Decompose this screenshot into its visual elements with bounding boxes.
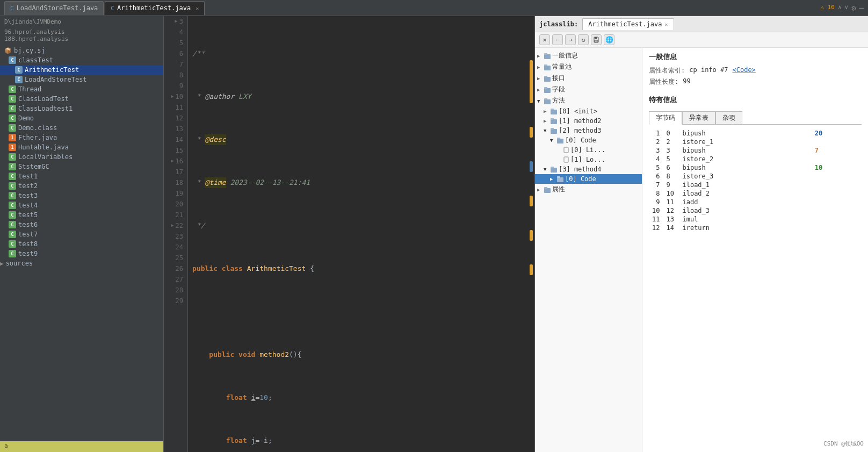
sidebar-item-test5[interactable]: C test5: [0, 210, 163, 220]
bc-instr-12: ireturn: [679, 224, 811, 232]
class-icon-demo-class: C: [9, 124, 16, 132]
svg-rect-6: [544, 64, 547, 66]
bc-instr-9: iadd: [679, 198, 811, 206]
sidebar-item-demo-class[interactable]: C Demo.class: [0, 123, 163, 133]
bc-offset-5: 6: [663, 163, 679, 172]
tab-bar: C LoadAndStoreTest.java C ArithmeticTest…: [0, 0, 868, 16]
tree-item-method-2-code-1[interactable]: ▶ [1] Lo...: [535, 155, 642, 164]
code-line-3: /**: [192, 48, 524, 59]
tree-folder-icon-interface: [544, 75, 551, 82]
bc-arg-3: 7: [812, 146, 862, 155]
ln-23: 23: [166, 231, 183, 242]
tree-item-general-info[interactable]: ▶ 一般信息: [535, 50, 642, 61]
detail-tab-exceptions[interactable]: 异常表: [682, 111, 715, 124]
sidebar-item-classloadtest1[interactable]: C ClassLoadtest1: [0, 104, 163, 113]
tree-label-general-info: 一般信息: [552, 51, 578, 60]
minimize-icon[interactable]: ─: [859, 4, 864, 12]
jcl-tab-close[interactable]: ✕: [665, 21, 668, 27]
tree-label-interface: 接口: [552, 74, 565, 83]
ln-6: 6: [166, 48, 183, 59]
tree-item-method-3-code[interactable]: ▶ [0] Code: [535, 174, 642, 184]
nav-back-btn[interactable]: ←: [552, 34, 563, 45]
detail-tab-bytecode[interactable]: 字节码: [649, 111, 682, 125]
tab-close-arithmetic[interactable]: ✕: [196, 5, 199, 11]
tree-item-constant-pool[interactable]: ▶ 常量池: [535, 61, 642, 73]
tree-label-method-3-code: [0] Code: [565, 175, 596, 183]
bc-arg-7: [812, 181, 862, 189]
tree-item-method-1[interactable]: ▶ [1] method2: [535, 116, 642, 126]
sidebar-item-classtest[interactable]: C classTest: [0, 55, 163, 65]
jcl-nav: ✕ ← → ↻ 🌐: [535, 32, 868, 48]
sidebar-item-test4[interactable]: C test4: [0, 200, 163, 210]
tab-arithmetic[interactable]: C ArithmeticTest.java ✕: [105, 1, 205, 15]
nav-close-btn[interactable]: ✕: [539, 34, 550, 45]
collapse-icon[interactable]: ∨: [845, 4, 849, 12]
sidebar-item-fther[interactable]: 1 Fther.java: [0, 133, 163, 142]
sidebar-item-sstemgc[interactable]: C StstemGC: [0, 162, 163, 171]
sidebar-item-arithmetictest[interactable]: C ArithmeticTest: [0, 65, 163, 75]
expand-icon[interactable]: ∧: [838, 4, 842, 12]
sidebar-item-test6[interactable]: C test6: [0, 220, 163, 229]
ln-15: 15: [166, 145, 183, 156]
tree-item-method-2[interactable]: ▼ [2] method3: [535, 126, 642, 135]
sidebar-item-test7[interactable]: C test7: [0, 229, 163, 239]
svg-rect-20: [557, 138, 560, 139]
detail-tabs: 字节码 异常表 杂项: [649, 111, 862, 125]
tree-item-interface[interactable]: ▶ 接口: [535, 73, 642, 84]
code-line-7: */: [192, 220, 524, 231]
sidebar-item-test1[interactable]: C test1: [0, 171, 163, 181]
bc-arg-6: [812, 172, 862, 181]
detail-attr-link-0[interactable]: <Code>: [732, 66, 755, 75]
detail-tab-misc[interactable]: 杂项: [715, 111, 742, 124]
tab-load-store[interactable]: C LoadAndStoreTest.java: [4, 1, 104, 15]
tree-item-method-2-code[interactable]: ▼ [0] Code: [535, 135, 642, 145]
tree-item-fields[interactable]: ▶ 字段: [535, 84, 642, 95]
sidebar-item-classloadtest[interactable]: C ClassLoadTest: [0, 94, 163, 104]
sidebar-item-loadandstoretest[interactable]: C LoadAndStoreTest: [0, 75, 163, 84]
bc-offset-9: 11: [663, 198, 679, 206]
nav-forward-btn[interactable]: →: [565, 34, 576, 45]
tree-item-method-2-code-0[interactable]: ▶ [0] Li...: [535, 145, 642, 155]
tree-arrow-fields: ▶: [537, 87, 542, 92]
package-icon: 📦: [4, 47, 12, 54]
sidebar-item-thread[interactable]: C Thread: [0, 84, 163, 94]
svg-rect-3: [544, 54, 551, 59]
nav-refresh-btn[interactable]: ↻: [578, 34, 589, 45]
gutter-space-mid3: [528, 173, 534, 195]
nav-save-btn[interactable]: [591, 34, 602, 45]
bc-offset-10: 12: [663, 206, 679, 215]
gutter-mark-4: [530, 196, 533, 206]
sidebar-item-test3[interactable]: C test3: [0, 191, 163, 200]
tree-item-method-3[interactable]: ▼ [3] method4: [535, 164, 642, 174]
sidebar-item-localvariables[interactable]: C LocalVariables: [0, 152, 163, 162]
bc-row-11: 11 13 imul: [649, 215, 862, 224]
bc-row-6: 6 8 istore_3: [649, 172, 862, 181]
tree-label-fields: 字段: [552, 85, 565, 94]
sidebar-item-demo[interactable]: C Demo: [0, 113, 163, 123]
bc-line-9: 9: [649, 198, 663, 206]
folder-icon-sources: ▶: [0, 260, 4, 267]
tree-item-methods[interactable]: ▼ 方法: [535, 95, 642, 106]
sidebar-item-test9[interactable]: C test9: [0, 249, 163, 259]
bc-line-8: 8: [649, 189, 663, 198]
bc-instr-1: bipush: [679, 129, 811, 138]
jcl-tab-label: ArithmeticTest.java: [588, 20, 662, 28]
tree-item-attributes[interactable]: ▶ 属性: [535, 184, 642, 195]
tree-arrow-attributes: ▶: [537, 187, 542, 192]
settings-icon[interactable]: ⚙: [851, 4, 856, 12]
detail-attr-row-0: 属性名索引: cp info #7 <Code>: [649, 66, 862, 75]
sidebar-item-sources[interactable]: ▶ sources: [0, 259, 163, 268]
tree-item-method-0[interactable]: ▶ [0] <init>: [535, 106, 642, 116]
nav-web-btn[interactable]: 🌐: [604, 34, 614, 45]
sidebar-item-bj-cy-sj[interactable]: 📦 bj.cy.sj: [0, 46, 163, 55]
bc-line-6: 6: [649, 172, 663, 181]
jcl-tree: ▶ 一般信息 ▶ 常量池 ▶ 接口 ▶: [535, 48, 642, 452]
bc-arg-9: [812, 198, 862, 206]
sidebar-item-test2[interactable]: C test2: [0, 181, 163, 191]
jcl-tab-arithmetictest[interactable]: ArithmeticTest.java ✕: [582, 18, 674, 30]
tree-folder-icon-fields: [544, 86, 551, 94]
sidebar-bottom-bar: a: [0, 441, 163, 452]
sidebar-item-huntable[interactable]: 1 Huntable.java: [0, 142, 163, 152]
jcl-detail: 一般信息 属性名索引: cp info #7 <Code> 属性长度: 99 特…: [642, 48, 868, 452]
sidebar-item-test8[interactable]: C test8: [0, 239, 163, 249]
